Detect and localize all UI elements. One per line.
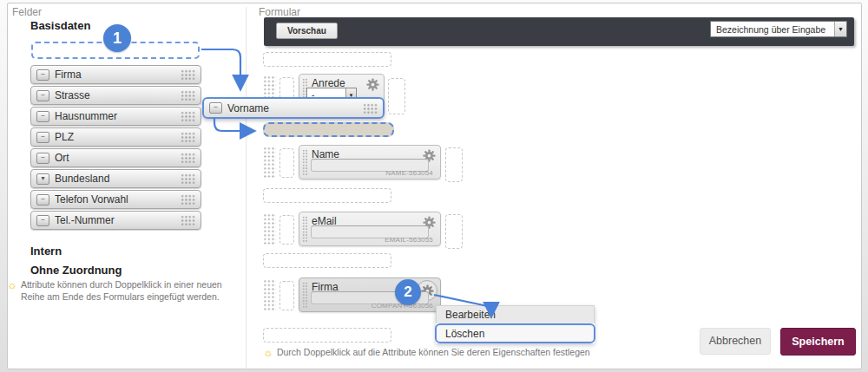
drag-grip-icon [181, 215, 195, 225]
empty-form-row[interactable] [263, 253, 391, 268]
minus-icon: − [36, 111, 49, 122]
drag-grip-icon [181, 194, 195, 205]
minus-icon: − [36, 215, 49, 226]
preview-button[interactable]: Vorschau [276, 23, 338, 39]
panel-divider [246, 7, 247, 369]
form-builder-app: Felder Basisdaten − Firma − Strasse − Ha… [0, 0, 868, 372]
field-item-ort[interactable]: − Ort [30, 148, 201, 167]
field-id: NAME-563054 [385, 169, 433, 177]
card-grip-dots [302, 216, 308, 242]
form-field-email[interactable]: eMail EMAIL-563055 [299, 212, 441, 246]
step-badge-2: 2 [395, 279, 421, 305]
context-menu: Bearbeiten Löschen [436, 305, 595, 343]
drag-grip-icon [181, 173, 195, 184]
drag-grip-icon [181, 69, 195, 80]
minus-icon: − [36, 194, 49, 206]
field-item-label: Strasse [55, 89, 175, 101]
menu-item-bearbeiten[interactable]: Bearbeiten [436, 305, 595, 323]
drop-slot[interactable] [445, 147, 463, 182]
minus-icon: − [36, 90, 49, 101]
drop-slot[interactable] [388, 78, 405, 114]
field-item-firma[interactable]: − Firma [30, 65, 201, 84]
section-basisdaten: Basisdaten [30, 19, 90, 32]
dragged-field-label: Vorname [227, 102, 358, 114]
form-hint: ☼ Durch Doppelklick auf die Attribute kö… [263, 346, 590, 359]
form-toolbar: Vorschau Bezeichnung über Eingabe ▼ [264, 17, 854, 46]
naming-mode-value: Bezeichnung über Eingabe [711, 24, 834, 35]
empty-form-row[interactable] [263, 52, 391, 67]
card-grip-dots [302, 282, 308, 308]
drag-grip-icon [181, 90, 195, 101]
menu-item-loeschen[interactable]: Löschen [435, 323, 595, 343]
section-intern: Intern [30, 245, 62, 258]
field-item-label: Tel.-Nummer [55, 214, 175, 226]
form-field-name[interactable]: Name NAME-563054 [299, 145, 441, 179]
drop-slot[interactable] [279, 281, 294, 310]
naming-mode-select[interactable]: Bezeichnung über Eingabe ▼ [710, 21, 847, 37]
drop-slot[interactable] [279, 215, 294, 245]
form-panel-title: Formular [259, 6, 300, 18]
section-ohne-zuordnung: Ohne Zuordnung [30, 264, 122, 277]
field-item-label: Telefon Vorwahl [55, 193, 175, 206]
row-grip-dots [263, 213, 276, 245]
hint-text: Durch Doppelklick auf die Attribute könn… [277, 346, 590, 359]
minus-icon: − [36, 153, 49, 164]
row-grip-dots [263, 147, 276, 178]
card-grip-dots [302, 149, 308, 175]
field-item-label: Hausnummer [55, 110, 175, 122]
dragged-field-vorname[interactable]: − Vorname [202, 97, 385, 119]
field-item-label: Firma [55, 69, 175, 81]
chevron-down-icon: ▼ [834, 22, 846, 36]
drag-grip-icon [363, 103, 378, 114]
field-id: EMAIL-563055 [385, 236, 433, 244]
cancel-button[interactable]: Abbrechen [700, 328, 771, 355]
field-item-tel-nummer[interactable]: − Tel.-Nummer [30, 211, 201, 230]
select-icon: ▾ [36, 173, 49, 185]
field-item-telefon-vorwahl[interactable]: − Telefon Vorwahl [30, 190, 201, 209]
field-item-label: Bundesland [55, 173, 175, 185]
step-badge-1: 1 [103, 24, 131, 52]
row-grip-dots [263, 279, 276, 310]
hint-text: Attribute können durch Doppelklick in ei… [21, 278, 222, 303]
field-item-bundesland[interactable]: ▾ Bundesland [30, 169, 201, 188]
field-item-strasse[interactable]: − Strasse [30, 86, 201, 105]
drop-slot[interactable] [445, 214, 463, 249]
drag-grip-icon [181, 111, 195, 121]
field-item-hausnummer[interactable]: − Hausnummer [30, 107, 201, 126]
empty-form-row[interactable] [263, 188, 391, 203]
lightbulb-icon: ☼ [263, 346, 273, 359]
drag-grip-icon [181, 132, 195, 142]
field-item-label: PLZ [55, 131, 175, 143]
gear-icon[interactable] [366, 78, 379, 91]
field-item-plz[interactable]: − PLZ [30, 127, 201, 147]
field-item-label: Ort [55, 152, 175, 164]
left-panel-title: Felder [12, 6, 42, 18]
empty-form-row[interactable] [263, 328, 391, 343]
left-panel-hint: ☼ Attribute können durch Doppelklick in … [7, 278, 224, 303]
drop-target-row[interactable] [263, 122, 394, 137]
minus-icon: − [36, 132, 49, 143]
minus-icon: − [209, 102, 222, 114]
lightbulb-icon: ☼ [7, 278, 17, 303]
drag-grip-icon [181, 153, 195, 163]
minus-icon: − [36, 69, 49, 81]
drop-slot[interactable] [279, 148, 294, 178]
save-button[interactable]: Speichern [780, 328, 856, 356]
